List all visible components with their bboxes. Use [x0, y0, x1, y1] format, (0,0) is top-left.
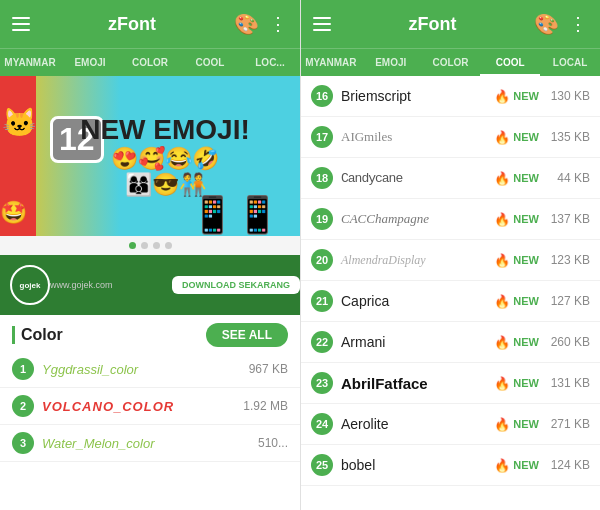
palette-icon[interactable]: 🎨	[234, 12, 259, 36]
more-options-icon-right[interactable]: ⋮	[569, 13, 588, 35]
font-size: 130 KB	[545, 89, 590, 103]
font-size: 131 KB	[545, 376, 590, 390]
list-item[interactable]: 18 Candycane 🔥NEW 44 KB	[301, 158, 600, 199]
new-badge: 🔥NEW	[494, 417, 539, 432]
dot-1[interactable]	[129, 242, 136, 249]
left-nav-tabs: MYANMAR EMOJI COLOR COOL LOC...	[0, 48, 300, 76]
emoji-banner: 🐱 🤩 12 NEW EMOJI! 😍🥰😂🤣 👩‍👩‍👦😎🧑‍🤝‍🧑 📱📱	[0, 76, 300, 236]
new-badge: 🔥NEW	[494, 212, 539, 227]
font-name: Candycane	[341, 171, 494, 186]
font-name: AbrilFatface	[341, 375, 494, 392]
font-name: Briemscript	[341, 88, 494, 104]
list-item[interactable]: 22 Armani 🔥NEW 260 KB	[301, 322, 600, 363]
right-panel: zFont 🎨 ⋮ MYANMAR EMOJI COLOR COOL LOCAL…	[301, 0, 600, 510]
font-number: 22	[311, 331, 333, 353]
font-number: 18	[311, 167, 333, 189]
list-item[interactable]: 25 bobel 🔥NEW 124 KB	[301, 445, 600, 486]
list-item[interactable]: 3 Water_Melon_color 510...	[0, 425, 300, 462]
font-name: Caprica	[341, 293, 494, 309]
list-item[interactable]: 16 Briemscript 🔥NEW 130 KB	[301, 76, 600, 117]
list-item[interactable]: 23 AbrilFatface 🔥NEW 131 KB	[301, 363, 600, 404]
ad-banner[interactable]: gojek www.gojek.com DOWNLOAD SEKARANG	[0, 255, 300, 315]
font-size: 124 KB	[545, 458, 590, 472]
font-number: 17	[311, 126, 333, 148]
hamburger-menu-icon[interactable]	[12, 17, 30, 31]
font-number: 19	[311, 208, 333, 230]
tab-cool-right[interactable]: COOL	[480, 49, 540, 76]
font-name: Armani	[341, 334, 494, 350]
font-number: 23	[311, 372, 333, 394]
new-badge: 🔥NEW	[494, 253, 539, 268]
tab-cool-left[interactable]: COOL	[180, 49, 240, 76]
tab-myanmar-right[interactable]: MYANMAR	[301, 49, 361, 76]
color-font-list: 1 Yggdrassil_color 967 KB 2 VOLCANO_COLO…	[0, 351, 300, 510]
hamburger-menu-icon-right[interactable]	[313, 17, 331, 31]
banner-emoji-row: 😍🥰😂🤣 👩‍👩‍👦😎🧑‍🤝‍🧑	[80, 146, 250, 198]
color-section-header: Color SEE ALL	[0, 315, 300, 351]
font-number: 3	[12, 432, 34, 454]
new-badge: 🔥NEW	[494, 89, 539, 104]
dot-3[interactable]	[153, 242, 160, 249]
gojek-logo: gojek	[10, 265, 50, 305]
font-size: 1.92 MB	[243, 399, 288, 413]
list-item[interactable]: 2 VOLCANO_COLOR 1.92 MB	[0, 388, 300, 425]
tab-myanmar-left[interactable]: MYANMAR	[0, 49, 60, 76]
right-topbar: zFont 🎨 ⋮	[301, 0, 600, 48]
font-size: 127 KB	[545, 294, 590, 308]
font-number: 20	[311, 249, 333, 271]
more-options-icon[interactable]: ⋮	[269, 13, 288, 35]
font-name: VOLCANO_COLOR	[42, 399, 243, 414]
tab-emoji-right[interactable]: EMOJI	[361, 49, 421, 76]
list-item[interactable]: 20 AlmendraDisplay 🔥NEW 123 KB	[301, 240, 600, 281]
font-size: 271 KB	[545, 417, 590, 431]
font-number: 1	[12, 358, 34, 380]
new-badge: 🔥NEW	[494, 171, 539, 186]
tab-emoji-left[interactable]: EMOJI	[60, 49, 120, 76]
banner-left-strip: 🐱 🤩	[0, 76, 36, 236]
download-button[interactable]: DOWNLOAD SEKARANG	[172, 276, 300, 294]
font-name: Water_Melon_color	[42, 436, 258, 451]
list-item[interactable]: 17 AIGmiles 🔥NEW 135 KB	[301, 117, 600, 158]
new-badge: 🔥NEW	[494, 376, 539, 391]
banner-phones-icon: 📱📱	[190, 194, 280, 236]
list-item[interactable]: 1 Yggdrassil_color 967 KB	[0, 351, 300, 388]
palette-icon-right[interactable]: 🎨	[534, 12, 559, 36]
see-all-button[interactable]: SEE ALL	[206, 323, 288, 347]
left-panel: zFont 🎨 ⋮ MYANMAR EMOJI COLOR COOL LOC..…	[0, 0, 300, 510]
left-app-title: zFont	[40, 14, 224, 35]
font-name: Yggdrassil_color	[42, 362, 249, 377]
font-name: bobel	[341, 457, 494, 473]
font-name: CACChampagne	[341, 211, 494, 227]
font-size: 135 KB	[545, 130, 590, 144]
tab-color-left[interactable]: COLOR	[120, 49, 180, 76]
list-item[interactable]: 19 CACChampagne 🔥NEW 137 KB	[301, 199, 600, 240]
right-nav-tabs: MYANMAR EMOJI COLOR COOL LOCAL	[301, 48, 600, 76]
right-app-title: zFont	[341, 14, 524, 35]
tab-local-right[interactable]: LOCAL	[540, 49, 600, 76]
dot-4[interactable]	[165, 242, 172, 249]
font-number: 25	[311, 454, 333, 476]
new-badge: 🔥NEW	[494, 335, 539, 350]
banner-new-emoji-text: NEW EMOJI!	[80, 114, 250, 146]
left-topbar: zFont 🎨 ⋮	[0, 0, 300, 48]
list-item[interactable]: 24 Aerolite 🔥NEW 271 KB	[301, 404, 600, 445]
new-badge: 🔥NEW	[494, 130, 539, 145]
font-size: 967 KB	[249, 362, 288, 376]
font-name: Aerolite	[341, 416, 494, 432]
section-title: Color	[12, 326, 63, 344]
list-item[interactable]: 21 Caprica 🔥NEW 127 KB	[301, 281, 600, 322]
font-name: AIGmiles	[341, 129, 494, 145]
font-number: 24	[311, 413, 333, 435]
cool-font-list: 16 Briemscript 🔥NEW 130 KB 17 AIGmiles 🔥…	[301, 76, 600, 510]
font-size: 44 KB	[545, 171, 590, 185]
font-number: 16	[311, 85, 333, 107]
font-number: 21	[311, 290, 333, 312]
tab-color-right[interactable]: COLOR	[421, 49, 481, 76]
dot-2[interactable]	[141, 242, 148, 249]
ad-url: www.gojek.com	[50, 280, 162, 290]
carousel-indicators	[0, 236, 300, 255]
tab-loc-left[interactable]: LOC...	[240, 49, 300, 76]
font-number: 2	[12, 395, 34, 417]
font-size: 123 KB	[545, 253, 590, 267]
font-size: 260 KB	[545, 335, 590, 349]
